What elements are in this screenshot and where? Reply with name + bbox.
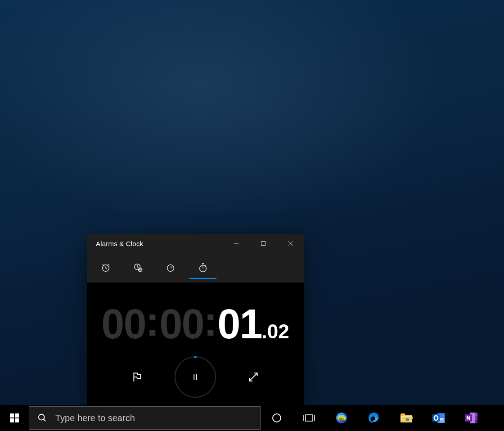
- file-explorer-button[interactable]: [390, 405, 423, 431]
- search-icon: [37, 413, 47, 423]
- maximize-button[interactable]: [250, 234, 277, 253]
- file-explorer-icon: [400, 412, 413, 424]
- stopwatch-icon: [198, 263, 208, 273]
- stopwatch-seconds: 01: [217, 301, 261, 347]
- svg-rect-25: [406, 418, 409, 421]
- lap-button[interactable]: [130, 370, 144, 384]
- expand-button[interactable]: [247, 370, 260, 384]
- svg-point-15: [39, 414, 45, 420]
- tab-stopwatch[interactable]: [187, 253, 219, 283]
- svg-rect-32: [475, 416, 477, 420]
- svg-rect-14: [15, 418, 19, 422]
- onenote-button[interactable]: [455, 405, 487, 431]
- search-input[interactable]: [55, 413, 260, 423]
- tab-alarm[interactable]: [90, 253, 122, 283]
- alarms-clock-window: Alarms & Clock: [87, 234, 304, 405]
- tab-world-clock[interactable]: [122, 253, 154, 283]
- svg-point-8: [200, 265, 207, 272]
- start-button[interactable]: [0, 405, 29, 431]
- maximize-icon: [261, 241, 266, 246]
- edge-dev-icon: DEV: [335, 411, 348, 425]
- svg-rect-1: [261, 242, 266, 246]
- cortana-icon: [271, 413, 282, 423]
- windows-logo-icon: [10, 413, 19, 422]
- svg-rect-33: [475, 420, 477, 423]
- close-button[interactable]: [277, 234, 304, 253]
- close-icon: [288, 241, 293, 246]
- minimize-button[interactable]: [223, 234, 250, 253]
- edge-icon: [367, 411, 381, 425]
- svg-rect-13: [10, 418, 14, 422]
- tabbar: [87, 253, 304, 283]
- stopwatch-minutes: 00: [159, 301, 203, 347]
- taskbar: DEV: [0, 405, 504, 431]
- stopwatch-readout: 00:00:01.02: [87, 303, 304, 345]
- svg-point-17: [273, 414, 281, 422]
- stopwatch-panel: 00:00:01.02: [87, 283, 304, 405]
- titlebar[interactable]: Alarms & Clock: [87, 234, 304, 253]
- stopwatch-controls: [87, 356, 304, 398]
- minimize-icon: [234, 241, 239, 246]
- svg-rect-18: [306, 415, 313, 421]
- onenote-icon: [464, 411, 478, 425]
- stopwatch-hours: 00: [101, 301, 145, 347]
- world-clock-icon: [133, 263, 143, 273]
- svg-rect-31: [475, 413, 477, 416]
- svg-text:DEV: DEV: [339, 418, 345, 420]
- pause-icon: [190, 372, 200, 382]
- outlook-button[interactable]: [423, 405, 455, 431]
- alarm-icon: [101, 263, 111, 273]
- svg-rect-12: [15, 413, 19, 418]
- taskbar-search[interactable]: [29, 406, 261, 430]
- pause-button[interactable]: [175, 356, 216, 398]
- timer-icon: [166, 263, 176, 273]
- cortana-button[interactable]: [261, 405, 293, 431]
- task-view-button[interactable]: [293, 405, 325, 431]
- taskbar-icons: DEV: [261, 405, 487, 431]
- task-view-icon: [303, 413, 315, 423]
- tab-timer[interactable]: [154, 253, 187, 283]
- flag-icon: [131, 371, 143, 383]
- edge-button[interactable]: [358, 405, 390, 431]
- outlook-icon: [432, 411, 446, 425]
- stopwatch-centiseconds: 02: [267, 320, 289, 342]
- expand-icon: [248, 371, 259, 383]
- edge-dev-button[interactable]: DEV: [325, 405, 358, 431]
- window-title: Alarms & Clock: [87, 240, 223, 247]
- svg-rect-11: [10, 413, 14, 418]
- svg-line-16: [44, 419, 46, 422]
